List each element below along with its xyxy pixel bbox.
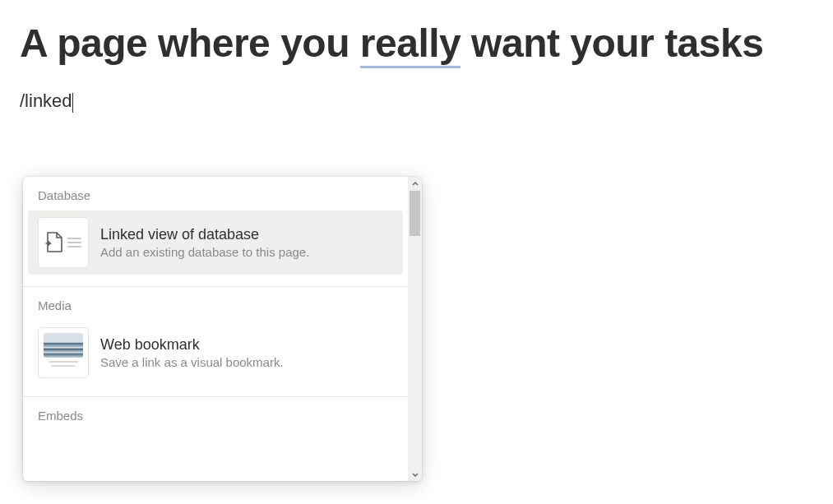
menu-item-title: Web bookmark xyxy=(100,336,393,354)
menu-item-linked-database[interactable]: Linked view of database Add an existing … xyxy=(28,210,403,275)
linked-database-icon xyxy=(38,217,89,268)
title-underlined-word: really xyxy=(360,21,460,68)
scrollbar-up-button[interactable] xyxy=(408,177,422,191)
title-text-pre: A page where you xyxy=(20,21,360,65)
web-bookmark-icon xyxy=(38,327,89,378)
menu-item-description: Add an existing database to this page. xyxy=(100,245,393,259)
menu-item-description: Save a link as a visual bookmark. xyxy=(100,355,393,369)
slash-command-menu: Database Linked view of database Add an … xyxy=(23,177,422,481)
text-caret xyxy=(72,93,73,113)
command-text: /linked xyxy=(20,90,72,111)
scrollbar-track[interactable] xyxy=(408,177,422,481)
section-header-media: Media xyxy=(23,287,408,321)
section-header-embeds: Embeds xyxy=(23,397,408,431)
section-header-database: Database xyxy=(23,177,408,210)
slash-command-input[interactable]: /linked xyxy=(20,90,813,112)
page-title[interactable]: A page where you really want your tasks xyxy=(20,20,813,67)
menu-scroll-area[interactable]: Database Linked view of database Add an … xyxy=(23,177,408,481)
scrollbar-down-button[interactable] xyxy=(408,467,422,481)
title-text-post: want your tasks xyxy=(460,21,763,65)
menu-item-web-bookmark[interactable]: Web bookmark Save a link as a visual boo… xyxy=(28,321,403,385)
scrollbar-thumb[interactable] xyxy=(410,191,420,236)
menu-item-title: Linked view of database xyxy=(100,226,393,243)
